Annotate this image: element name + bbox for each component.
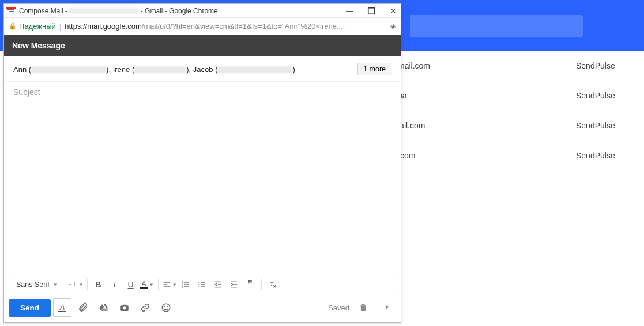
svg-point-35: [167, 306, 168, 308]
table-row[interactable]: .com SendPulse: [398, 141, 644, 170]
chevron-down-icon: ▼: [53, 282, 58, 287]
svg-rect-32: [123, 305, 126, 306]
quote-button[interactable]: ”: [243, 277, 258, 292]
insert-link-button[interactable]: [136, 298, 155, 317]
url-path: /mail/u/0/?hl=en&view=cm&tf=1&fs=1&to="A…: [142, 22, 387, 31]
insert-photo-button[interactable]: [115, 298, 134, 317]
table-row[interactable]: ua SendPulse: [398, 81, 644, 111]
window-titlebar: Compose Mail - - Gmail - Google Chrome —…: [4, 4, 401, 18]
svg-point-12: [198, 282, 199, 283]
svg-text:T: T: [72, 280, 76, 287]
cell-domain: mail.com: [398, 61, 576, 70]
more-options-button[interactable]: ▼: [378, 298, 396, 317]
attach-file-button[interactable]: [74, 298, 92, 317]
background-content: mail.com SendPulse ua SendPulse iail.com…: [398, 51, 644, 326]
svg-point-14: [198, 284, 199, 285]
chevron-down-icon: ▼: [149, 282, 154, 287]
compose-action-bar: Send A Saved ▼: [4, 297, 401, 322]
chevron-down-icon: ▼: [385, 305, 390, 310]
svg-text:T: T: [270, 281, 274, 287]
svg-text:3: 3: [182, 286, 183, 289]
svg-point-34: [164, 306, 165, 308]
lock-icon: 🔒: [9, 22, 17, 30]
underline-button[interactable]: U: [123, 277, 138, 292]
cell-provider: SendPulse: [576, 91, 644, 100]
background-search-box[interactable]: [410, 15, 583, 37]
chevron-down-icon: ▼: [172, 282, 177, 287]
subject-input[interactable]: [13, 82, 391, 103]
font-size-button[interactable]: тT ▼: [69, 277, 84, 292]
subject-row: [5, 82, 400, 103]
cell-domain: iail.com: [398, 121, 576, 130]
cell-domain: ua: [398, 91, 576, 100]
cell-provider: SendPulse: [576, 151, 644, 160]
formatting-toolbar: Sans Serif ▼ тT ▼ B I U A ▼ ▼ 123: [9, 275, 396, 294]
font-family-label: Sans Serif: [16, 280, 50, 289]
svg-point-33: [162, 304, 170, 312]
align-button[interactable]: ▼: [162, 277, 177, 292]
recipients-row[interactable]: Ann (), Irene (), Jacob () 1 more: [5, 56, 400, 82]
send-button[interactable]: Send: [9, 299, 51, 317]
cell-provider: SendPulse: [576, 121, 644, 130]
chevron-down-icon: ▼: [79, 282, 84, 287]
url-domain: https://mail.google.com: [65, 22, 142, 31]
indent-less-button[interactable]: [210, 277, 225, 292]
recipients-text: Ann (), Irene (), Jacob (): [13, 65, 357, 74]
table-row[interactable]: iail.com SendPulse: [398, 111, 644, 141]
bold-button[interactable]: B: [91, 277, 106, 292]
compose-header: New Message: [4, 35, 401, 56]
svg-text:т: т: [69, 282, 71, 287]
font-family-select[interactable]: Sans Serif ▼: [13, 280, 61, 289]
formatting-toggle-button[interactable]: A: [53, 298, 71, 317]
window-close-button[interactable]: ✕: [389, 7, 397, 15]
window-minimize-button[interactable]: —: [345, 7, 353, 15]
svg-point-31: [123, 306, 126, 309]
compose-body-editor[interactable]: [4, 103, 401, 275]
more-recipients-button[interactable]: 1 more: [357, 63, 391, 75]
insert-drive-button[interactable]: [95, 298, 113, 317]
cell-domain: .com: [398, 151, 576, 160]
remove-formatting-button[interactable]: T: [265, 277, 280, 292]
saved-status: Saved: [328, 304, 349, 312]
insert-emoji-button[interactable]: [157, 298, 175, 317]
numbered-list-button[interactable]: 123: [178, 277, 193, 292]
bulleted-list-button[interactable]: [194, 277, 209, 292]
text-color-button[interactable]: A ▼: [140, 277, 155, 292]
indent-more-button[interactable]: [227, 277, 242, 292]
svg-marker-29: [101, 309, 108, 312]
view-site-info-icon[interactable]: ◈: [390, 22, 396, 31]
svg-rect-0: [368, 7, 375, 14]
italic-button[interactable]: I: [107, 277, 122, 292]
compose-popup-window: Compose Mail - - Gmail - Google Chrome —…: [3, 3, 401, 323]
compose-header-label: New Message: [12, 41, 65, 50]
discard-draft-button[interactable]: [354, 298, 372, 317]
svg-point-16: [198, 286, 199, 287]
gmail-icon: [6, 7, 16, 14]
window-maximize-button[interactable]: [367, 7, 375, 15]
browser-url-bar[interactable]: 🔒 Надежный | https://mail.google.com /ma…: [4, 18, 401, 35]
secure-label: Надежный: [19, 22, 56, 31]
window-title: Compose Mail - - Gmail - Google Chrome: [19, 7, 345, 15]
cell-provider: SendPulse: [576, 61, 644, 70]
table-row[interactable]: mail.com SendPulse: [398, 51, 644, 81]
